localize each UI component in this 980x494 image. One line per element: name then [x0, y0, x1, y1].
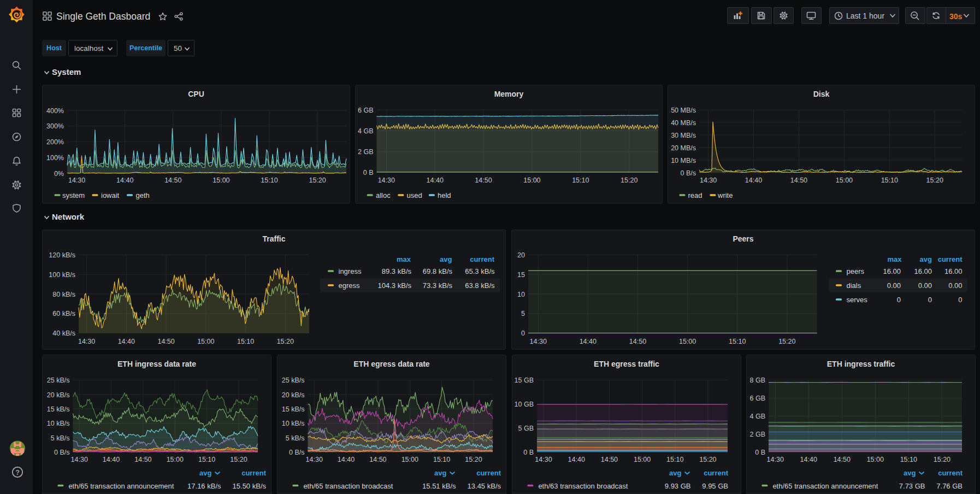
svg-text:25 kB/s: 25 kB/s [282, 377, 305, 384]
svg-text:current: current [938, 255, 963, 263]
svg-text:eth/65 transaction broadcast: eth/65 transaction broadcast [303, 482, 393, 490]
svg-text:40 MB/s: 40 MB/s [671, 119, 696, 127]
svg-text:0: 0 [897, 296, 901, 304]
svg-text:89.3 kB/s: 89.3 kB/s [382, 267, 412, 275]
svg-text:14:30: 14:30 [767, 456, 784, 463]
svg-text:16.00: 16.00 [914, 267, 932, 275]
svg-text:15:20: 15:20 [934, 456, 951, 463]
svg-text:15:10: 15:10 [881, 177, 898, 184]
svg-text:8 GB: 8 GB [750, 377, 766, 384]
svg-text:15 kB/s: 15 kB/s [282, 405, 305, 413]
svg-text:current: current [241, 469, 266, 477]
svg-text:15:10: 15:10 [900, 456, 917, 463]
svg-text:20 kB/s: 20 kB/s [47, 391, 70, 399]
svg-text:max: max [887, 255, 902, 263]
svg-text:400%: 400% [46, 107, 64, 115]
svg-text:eth/65 transaction announcemen: eth/65 transaction announcement [68, 482, 174, 490]
svg-text:15:10: 15:10 [729, 338, 746, 345]
svg-text:14:40: 14:40 [745, 177, 762, 184]
svg-text:40 kB/s: 40 kB/s [52, 330, 75, 337]
svg-text:15:00: 15:00 [634, 456, 651, 463]
svg-text:egress: egress [339, 281, 361, 290]
svg-text:14:50: 14:50 [475, 177, 492, 184]
svg-text:14:40: 14:40 [580, 338, 597, 345]
svg-text:14:40: 14:40 [118, 338, 135, 345]
svg-text:0.00: 0.00 [918, 281, 932, 290]
svg-text:15:00: 15:00 [197, 338, 214, 345]
svg-text:5 kB/s: 5 kB/s [286, 434, 305, 442]
svg-text:69.8 kB/s: 69.8 kB/s [423, 267, 453, 275]
svg-text:10 MB/s: 10 MB/s [671, 157, 696, 164]
svg-text:14:30: 14:30 [71, 456, 88, 463]
svg-text:5 kB/s: 5 kB/s [51, 434, 70, 442]
svg-text:0 B/s: 0 B/s [54, 449, 70, 456]
svg-text:14:40: 14:40 [800, 456, 817, 463]
svg-text:9.93 GB: 9.93 GB [665, 482, 691, 490]
svg-text:alloc: alloc [376, 191, 391, 199]
svg-text:14:30: 14:30 [68, 177, 85, 184]
svg-text:104.3 kB/s: 104.3 kB/s [378, 281, 412, 290]
svg-text:15:10: 15:10 [433, 456, 450, 463]
svg-text:14:40: 14:40 [427, 177, 444, 184]
svg-text:avg: avg [669, 469, 681, 477]
svg-text:geth: geth [136, 191, 150, 199]
svg-text:15:10: 15:10 [572, 177, 589, 184]
svg-text:14:40: 14:40 [568, 456, 585, 463]
svg-text:15:00: 15:00 [402, 456, 418, 463]
svg-text:14:30: 14:30 [378, 177, 395, 184]
svg-text:15:20: 15:20 [465, 456, 482, 463]
svg-text:15:20: 15:20 [309, 177, 326, 184]
svg-text:current: current [704, 469, 728, 477]
svg-text:dials: dials [847, 281, 861, 290]
svg-text:used: used [407, 191, 422, 199]
svg-text:20: 20 [517, 251, 525, 259]
svg-text:30 MB/s: 30 MB/s [671, 132, 696, 139]
svg-text:80 kB/s: 80 kB/s [52, 291, 75, 298]
svg-text:0: 0 [958, 296, 962, 304]
svg-text:65.3 kB/s: 65.3 kB/s [465, 267, 495, 275]
svg-text:25 kB/s: 25 kB/s [47, 377, 70, 384]
svg-text:200%: 200% [46, 138, 64, 146]
svg-text:73.3 kB/s: 73.3 kB/s [423, 281, 453, 290]
svg-text:avg: avg [440, 255, 452, 263]
svg-text:ingress: ingress [339, 267, 362, 275]
svg-text:120 kB/s: 120 kB/s [49, 251, 75, 259]
svg-text:16.00: 16.00 [944, 267, 963, 275]
svg-text:?: ? [15, 469, 20, 477]
svg-text:15:10: 15:10 [666, 456, 683, 463]
svg-text:0 B: 0 B [755, 449, 765, 456]
svg-text:15:00: 15:00 [867, 456, 884, 463]
svg-text:6 GB: 6 GB [750, 395, 766, 402]
svg-text:14:30: 14:30 [700, 177, 717, 184]
svg-text:50 MB/s: 50 MB/s [671, 107, 696, 114]
svg-text:max: max [397, 255, 411, 263]
svg-text:63.8 kB/s: 63.8 kB/s [465, 281, 495, 290]
svg-text:13.45 kB/s: 13.45 kB/s [468, 482, 501, 490]
svg-text:100%: 100% [46, 154, 64, 162]
svg-text:0 B/s: 0 B/s [289, 449, 305, 456]
svg-text:15:00: 15:00 [212, 177, 229, 184]
svg-text:14:50: 14:50 [629, 338, 646, 345]
svg-text:6 GB: 6 GB [358, 107, 374, 114]
svg-text:15:10: 15:10 [237, 338, 254, 345]
svg-text:read: read [688, 191, 702, 199]
svg-text:0 B: 0 B [363, 169, 374, 177]
svg-text:10 kB/s: 10 kB/s [282, 420, 305, 427]
svg-text:15:00: 15:00 [167, 456, 184, 463]
svg-text:15:20: 15:20 [621, 177, 637, 184]
svg-text:20 kB/s: 20 kB/s [282, 391, 305, 399]
svg-text:15:10: 15:10 [261, 177, 278, 184]
svg-text:15.51 kB/s: 15.51 kB/s [422, 482, 456, 490]
svg-text:14:40: 14:40 [116, 177, 133, 184]
svg-text:15:20: 15:20 [926, 177, 943, 184]
svg-text:current: current [470, 255, 494, 263]
svg-text:0: 0 [521, 330, 525, 337]
svg-text:14:50: 14:50 [790, 177, 807, 184]
svg-text:14:40: 14:40 [338, 456, 355, 463]
svg-text:15.50 kB/s: 15.50 kB/s [233, 482, 267, 490]
svg-text:0.00: 0.00 [887, 281, 901, 290]
svg-text:iowait: iowait [101, 191, 120, 199]
svg-text:15:00: 15:00 [523, 177, 540, 184]
svg-text:5: 5 [521, 310, 525, 317]
svg-text:60 kB/s: 60 kB/s [52, 310, 75, 317]
